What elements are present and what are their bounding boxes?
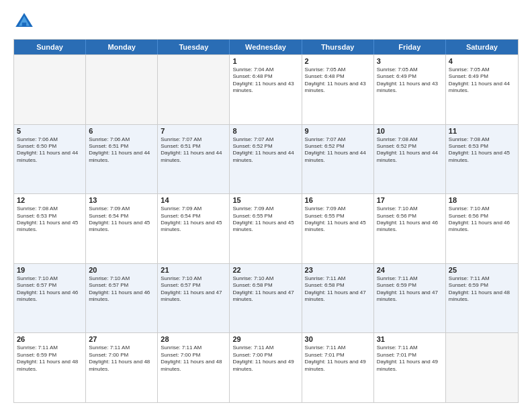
day-cell-5: 5Sunrise: 7:06 AM Sunset: 6:50 PM Daylig… (14, 125, 86, 194)
cell-info: Sunrise: 7:11 AM Sunset: 7:01 PM Dayligh… (377, 345, 443, 373)
day-cell-31: 31Sunrise: 7:11 AM Sunset: 7:01 PM Dayli… (374, 333, 446, 402)
day-cell-20: 20Sunrise: 7:10 AM Sunset: 6:57 PM Dayli… (86, 264, 158, 333)
calendar-row-1: 1Sunrise: 7:04 AM Sunset: 6:48 PM Daylig… (14, 54, 518, 124)
day-number: 19 (17, 266, 83, 274)
day-cell-23: 23Sunrise: 7:11 AM Sunset: 6:58 PM Dayli… (302, 264, 374, 333)
day-cell-2: 2Sunrise: 7:05 AM Sunset: 6:48 PM Daylig… (302, 55, 374, 124)
cell-info: Sunrise: 7:08 AM Sunset: 6:53 PM Dayligh… (17, 205, 83, 234)
day-number: 18 (449, 196, 515, 204)
cell-info: Sunrise: 7:10 AM Sunset: 6:57 PM Dayligh… (17, 275, 83, 304)
day-number: 15 (232, 196, 298, 204)
day-number: 21 (161, 266, 226, 274)
day-cell-7: 7Sunrise: 7:07 AM Sunset: 6:51 PM Daylig… (158, 125, 230, 194)
day-cell-12: 12Sunrise: 7:08 AM Sunset: 6:53 PM Dayli… (14, 194, 86, 263)
logo (13, 11, 38, 32)
cell-info: Sunrise: 7:11 AM Sunset: 7:00 PM Dayligh… (89, 345, 154, 373)
empty-cell (86, 55, 158, 124)
day-cell-11: 11Sunrise: 7:08 AM Sunset: 6:53 PM Dayli… (446, 125, 518, 194)
day-number: 27 (89, 335, 154, 343)
day-cell-21: 21Sunrise: 7:10 AM Sunset: 6:57 PM Dayli… (158, 264, 230, 333)
header-cell-saturday: Saturday (446, 40, 518, 54)
day-cell-19: 19Sunrise: 7:10 AM Sunset: 6:57 PM Dayli… (14, 264, 86, 333)
day-number: 9 (305, 127, 371, 135)
cell-info: Sunrise: 7:10 AM Sunset: 6:58 PM Dayligh… (232, 275, 298, 304)
day-number: 2 (305, 57, 371, 65)
calendar-row-3: 12Sunrise: 7:08 AM Sunset: 6:53 PM Dayli… (14, 193, 518, 263)
day-cell-10: 10Sunrise: 7:08 AM Sunset: 6:52 PM Dayli… (374, 125, 446, 194)
cell-info: Sunrise: 7:05 AM Sunset: 6:48 PM Dayligh… (305, 66, 371, 95)
header-cell-sunday: Sunday (14, 40, 86, 54)
cell-info: Sunrise: 7:06 AM Sunset: 6:51 PM Dayligh… (89, 136, 154, 165)
day-number: 13 (89, 196, 154, 204)
day-cell-1: 1Sunrise: 7:04 AM Sunset: 6:48 PM Daylig… (230, 55, 302, 124)
cell-info: Sunrise: 7:09 AM Sunset: 6:54 PM Dayligh… (161, 205, 226, 234)
day-number: 17 (377, 196, 443, 204)
day-cell-15: 15Sunrise: 7:09 AM Sunset: 6:55 PM Dayli… (230, 194, 302, 263)
day-number: 6 (89, 127, 154, 135)
day-number: 25 (449, 266, 515, 274)
day-number: 22 (232, 266, 298, 274)
day-number: 10 (377, 127, 443, 135)
day-number: 5 (17, 127, 83, 135)
cell-info: Sunrise: 7:11 AM Sunset: 7:00 PM Dayligh… (232, 345, 298, 373)
cell-info: Sunrise: 7:11 AM Sunset: 6:58 PM Dayligh… (305, 275, 371, 304)
svg-rect-2 (22, 23, 26, 27)
cell-info: Sunrise: 7:07 AM Sunset: 6:51 PM Dayligh… (161, 136, 226, 165)
day-cell-22: 22Sunrise: 7:10 AM Sunset: 6:58 PM Dayli… (230, 264, 302, 333)
header-cell-thursday: Thursday (302, 40, 374, 54)
day-cell-13: 13Sunrise: 7:09 AM Sunset: 6:54 PM Dayli… (86, 194, 158, 263)
day-number: 8 (232, 127, 298, 135)
day-number: 3 (377, 57, 443, 65)
calendar-header: SundayMondayTuesdayWednesdayThursdayFrid… (14, 40, 518, 54)
empty-cell (446, 333, 518, 402)
day-number: 12 (17, 196, 83, 204)
header-cell-tuesday: Tuesday (158, 40, 230, 54)
cell-info: Sunrise: 7:10 AM Sunset: 6:56 PM Dayligh… (449, 205, 515, 234)
calendar-row-5: 26Sunrise: 7:11 AM Sunset: 6:59 PM Dayli… (14, 332, 518, 402)
day-number: 26 (17, 335, 83, 343)
cell-info: Sunrise: 7:06 AM Sunset: 6:50 PM Dayligh… (17, 136, 83, 165)
cell-info: Sunrise: 7:07 AM Sunset: 6:52 PM Dayligh… (232, 136, 298, 165)
day-cell-17: 17Sunrise: 7:10 AM Sunset: 6:56 PM Dayli… (374, 194, 446, 263)
cell-info: Sunrise: 7:11 AM Sunset: 6:59 PM Dayligh… (17, 345, 83, 373)
cell-info: Sunrise: 7:10 AM Sunset: 6:57 PM Dayligh… (89, 275, 154, 304)
calendar-row-4: 19Sunrise: 7:10 AM Sunset: 6:57 PM Dayli… (14, 263, 518, 333)
calendar: SundayMondayTuesdayWednesdayThursdayFrid… (13, 39, 519, 403)
cell-info: Sunrise: 7:08 AM Sunset: 6:53 PM Dayligh… (449, 136, 515, 165)
cell-info: Sunrise: 7:05 AM Sunset: 6:49 PM Dayligh… (449, 66, 515, 95)
header (13, 11, 519, 32)
logo-icon (13, 11, 35, 32)
header-cell-wednesday: Wednesday (230, 40, 302, 54)
cell-info: Sunrise: 7:11 AM Sunset: 6:59 PM Dayligh… (449, 275, 515, 304)
day-number: 23 (305, 266, 371, 274)
day-cell-30: 30Sunrise: 7:11 AM Sunset: 7:01 PM Dayli… (302, 333, 374, 402)
day-cell-18: 18Sunrise: 7:10 AM Sunset: 6:56 PM Dayli… (446, 194, 518, 263)
day-number: 29 (232, 335, 298, 343)
day-cell-9: 9Sunrise: 7:07 AM Sunset: 6:52 PM Daylig… (302, 125, 374, 194)
cell-info: Sunrise: 7:08 AM Sunset: 6:52 PM Dayligh… (377, 136, 443, 165)
day-cell-8: 8Sunrise: 7:07 AM Sunset: 6:52 PM Daylig… (230, 125, 302, 194)
day-cell-3: 3Sunrise: 7:05 AM Sunset: 6:49 PM Daylig… (374, 55, 446, 124)
day-cell-6: 6Sunrise: 7:06 AM Sunset: 6:51 PM Daylig… (86, 125, 158, 194)
day-cell-4: 4Sunrise: 7:05 AM Sunset: 6:49 PM Daylig… (446, 55, 518, 124)
header-cell-monday: Monday (86, 40, 158, 54)
calendar-row-2: 5Sunrise: 7:06 AM Sunset: 6:50 PM Daylig… (14, 124, 518, 194)
day-number: 20 (89, 266, 154, 274)
day-cell-26: 26Sunrise: 7:11 AM Sunset: 6:59 PM Dayli… (14, 333, 86, 402)
cell-info: Sunrise: 7:11 AM Sunset: 6:59 PM Dayligh… (377, 275, 443, 304)
day-number: 31 (377, 335, 443, 343)
calendar-body: 1Sunrise: 7:04 AM Sunset: 6:48 PM Daylig… (14, 54, 518, 402)
day-cell-29: 29Sunrise: 7:11 AM Sunset: 7:00 PM Dayli… (230, 333, 302, 402)
day-cell-16: 16Sunrise: 7:09 AM Sunset: 6:55 PM Dayli… (302, 194, 374, 263)
cell-info: Sunrise: 7:09 AM Sunset: 6:54 PM Dayligh… (89, 205, 154, 234)
day-number: 16 (305, 196, 371, 204)
day-number: 1 (232, 57, 298, 65)
cell-info: Sunrise: 7:05 AM Sunset: 6:49 PM Dayligh… (377, 66, 443, 95)
day-cell-27: 27Sunrise: 7:11 AM Sunset: 7:00 PM Dayli… (86, 333, 158, 402)
empty-cell (158, 55, 230, 124)
cell-info: Sunrise: 7:07 AM Sunset: 6:52 PM Dayligh… (305, 136, 371, 165)
cell-info: Sunrise: 7:11 AM Sunset: 7:01 PM Dayligh… (305, 345, 371, 373)
day-number: 24 (377, 266, 443, 274)
header-cell-friday: Friday (374, 40, 446, 54)
day-number: 30 (305, 335, 371, 343)
